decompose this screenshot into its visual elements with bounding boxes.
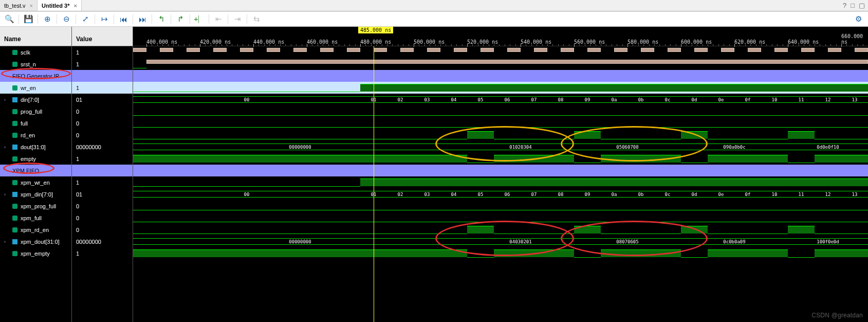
time-cursor-line[interactable] bbox=[374, 46, 374, 322]
name-header: Name bbox=[0, 27, 71, 46]
waveform-row[interactable]: 0000000004030201080706050c0b0a09100f0e0d bbox=[133, 236, 868, 247]
waveform-row[interactable]: 000102030405060708090a0b0c0d0e0f10111213 bbox=[133, 188, 868, 200]
signal-name-row[interactable]: srst_n bbox=[0, 58, 71, 70]
signal-value-row[interactable]: 1 bbox=[72, 153, 133, 165]
signal-name: wr_en bbox=[21, 85, 36, 91]
signal-name-row[interactable]: ›xpm_din[7:0] bbox=[0, 188, 71, 200]
waveform-row[interactable] bbox=[133, 46, 868, 58]
signal-value-row[interactable]: 0 bbox=[72, 105, 133, 117]
prev-marker-icon[interactable]: ⇤ bbox=[212, 13, 225, 25]
bus-value: 0e bbox=[708, 97, 734, 102]
bus-value: 02 bbox=[387, 97, 414, 102]
save-icon[interactable]: 💾 bbox=[22, 13, 34, 25]
signal-value-row[interactable]: 1 bbox=[72, 176, 133, 188]
waveform-row[interactable] bbox=[133, 224, 868, 236]
signal-name-row[interactable]: ›xpm_dout[31:0] bbox=[0, 236, 71, 247]
signal-name-row[interactable]: empty bbox=[0, 153, 71, 165]
bus-value: 01020304 bbox=[467, 144, 574, 150]
waveform-row[interactable] bbox=[133, 129, 868, 141]
signal-value-row[interactable]: 1 bbox=[72, 82, 133, 94]
waveform-row[interactable] bbox=[133, 176, 868, 188]
bus-value: 0f bbox=[734, 191, 761, 197]
tab-untitled-3[interactable]: Untitled 3* × bbox=[38, 0, 82, 11]
signal-name-row[interactable]: prog_full bbox=[0, 105, 71, 117]
next-marker-icon[interactable]: ⇥ bbox=[231, 13, 244, 25]
waveform-row[interactable] bbox=[133, 153, 868, 165]
signal-value: 00000000 bbox=[76, 144, 101, 150]
signal-value-row[interactable]: 0 bbox=[72, 224, 133, 236]
goto-cursor-icon[interactable]: ↦ bbox=[98, 13, 110, 25]
signal-name-row[interactable]: ›dout[31:0] bbox=[0, 141, 71, 153]
waveform-row[interactable] bbox=[133, 200, 868, 212]
signal-name-row[interactable]: xpm_prog_full bbox=[0, 200, 71, 212]
settings-icon[interactable]: ⚙ bbox=[855, 14, 862, 24]
signal-value-row[interactable] bbox=[72, 165, 133, 176]
signal-value-row[interactable]: 1 bbox=[72, 247, 133, 259]
signal-value: 1 bbox=[76, 251, 79, 257]
bus-value: 0f bbox=[734, 97, 761, 102]
add-marker-icon[interactable]: +⎸ bbox=[193, 13, 206, 25]
signal-name-row[interactable]: wr_en bbox=[0, 82, 71, 94]
waveform-row[interactable] bbox=[133, 105, 868, 117]
next-transition-icon[interactable]: ↱ bbox=[174, 13, 187, 25]
signal-name-row[interactable]: xpm_rd_en bbox=[0, 224, 71, 236]
signal-name-row[interactable]: FIFO Generator IP bbox=[0, 70, 71, 82]
signal-value-row[interactable]: 1 bbox=[72, 58, 133, 70]
tab-tb-test[interactable]: tb_test.v × bbox=[0, 0, 38, 11]
go-end-icon[interactable]: ⏭ bbox=[136, 13, 149, 25]
signal-value-row[interactable]: 1 bbox=[72, 46, 133, 58]
waveform-area[interactable]: 485.000 ns 400.000 ns420.000 ns440.000 n… bbox=[133, 27, 868, 322]
restore-icon[interactable]: □ bbox=[851, 2, 855, 9]
bus-value: 0e bbox=[708, 191, 734, 197]
signal-value-row[interactable]: 00000000 bbox=[72, 236, 133, 247]
signal-name-row[interactable]: XPM FIFO bbox=[0, 165, 71, 176]
waveform-row[interactable] bbox=[133, 58, 868, 70]
waveform-row[interactable] bbox=[133, 117, 868, 129]
signal-value: 00000000 bbox=[76, 239, 101, 245]
swap-marker-icon[interactable]: ⇆ bbox=[250, 13, 263, 25]
waveform-row[interactable] bbox=[133, 247, 868, 259]
signal-name: rd_en bbox=[21, 132, 35, 138]
signal-value-row[interactable] bbox=[72, 70, 133, 82]
signal-value-row[interactable]: 0 bbox=[72, 117, 133, 129]
search-icon[interactable]: 🔍 bbox=[3, 13, 15, 25]
signal-value-row[interactable]: 01 bbox=[72, 188, 133, 200]
signal-value: 0 bbox=[76, 120, 79, 127]
signal-value-row[interactable]: 00000000 bbox=[72, 141, 133, 153]
maximize-icon[interactable]: ▢ bbox=[859, 2, 865, 9]
bus-value: 04 bbox=[440, 97, 467, 102]
bus-value: 11 bbox=[788, 97, 815, 102]
signal-value-row[interactable]: 0 bbox=[72, 129, 133, 141]
zoom-in-icon[interactable]: ⊕ bbox=[41, 13, 53, 25]
signal-name-row[interactable]: ›din[7:0] bbox=[0, 94, 71, 105]
signal-name-row[interactable]: xpm_wr_en bbox=[0, 176, 71, 188]
signal-name-row[interactable]: full bbox=[0, 117, 71, 129]
bus-value: 05 bbox=[467, 191, 494, 197]
prev-transition-icon[interactable]: ↰ bbox=[155, 13, 168, 25]
waveform-row[interactable] bbox=[133, 165, 868, 176]
zoom-out-icon[interactable]: ⊖ bbox=[60, 13, 72, 25]
help-icon[interactable]: ? bbox=[843, 2, 846, 9]
signal-value-row[interactable]: 0 bbox=[72, 212, 133, 224]
signal-name-row[interactable]: sclk bbox=[0, 46, 71, 58]
time-cursor-label[interactable]: 485.000 ns bbox=[358, 27, 393, 33]
bus-value: 07 bbox=[521, 97, 547, 102]
close-icon[interactable]: × bbox=[73, 3, 77, 9]
waveform-row[interactable] bbox=[133, 70, 868, 82]
waveform-row[interactable]: 000000000102030405060708090a0b0c0d0e0f10 bbox=[133, 141, 868, 153]
signal-value-row[interactable]: 01 bbox=[72, 94, 133, 105]
waveform-row[interactable]: 000102030405060708090a0b0c0d0e0f10111213 bbox=[133, 94, 868, 105]
waveform-row[interactable] bbox=[133, 212, 868, 224]
go-start-icon[interactable]: ⏮ bbox=[117, 13, 130, 25]
signal-value-row[interactable]: 0 bbox=[72, 200, 133, 212]
bus-value: 00000000 bbox=[133, 144, 467, 150]
waveform-row[interactable] bbox=[133, 82, 868, 94]
signal-name-row[interactable]: xpm_empty bbox=[0, 247, 71, 259]
close-icon[interactable]: × bbox=[30, 3, 33, 9]
waveform-rows[interactable]: 000102030405060708090a0b0c0d0e0f10111213… bbox=[133, 46, 868, 322]
time-ruler[interactable]: 485.000 ns 400.000 ns420.000 ns440.000 n… bbox=[133, 27, 868, 46]
signal-name-row[interactable]: rd_en bbox=[0, 129, 71, 141]
signal-value: 1 bbox=[76, 156, 79, 162]
signal-name-row[interactable]: xpm_full bbox=[0, 212, 71, 224]
zoom-fit-icon[interactable]: ⤢ bbox=[79, 13, 91, 25]
